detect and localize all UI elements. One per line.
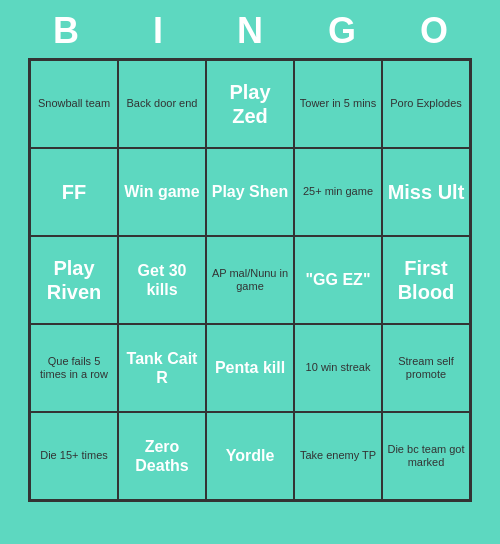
bingo-grid: Snowball teamBack door endPlay ZedTower … xyxy=(28,58,472,502)
bingo-letter: I xyxy=(116,10,200,52)
bingo-letter: G xyxy=(300,10,384,52)
bingo-letter: O xyxy=(392,10,476,52)
cell-2-2: AP mal/Nunu in game xyxy=(206,236,294,324)
cell-2-4: First Blood xyxy=(382,236,470,324)
cell-3-1: Tank Cait R xyxy=(118,324,206,412)
cell-3-4: Stream self promote xyxy=(382,324,470,412)
cell-4-1: Zero Deaths xyxy=(118,412,206,500)
bingo-letter: N xyxy=(208,10,292,52)
cell-1-1: Win game xyxy=(118,148,206,236)
bingo-letter: B xyxy=(24,10,108,52)
cell-0-2: Play Zed xyxy=(206,60,294,148)
cell-4-4: Die bc team got marked xyxy=(382,412,470,500)
cell-4-0: Die 15+ times xyxy=(30,412,118,500)
cell-3-2: Penta kill xyxy=(206,324,294,412)
cell-1-0: FF xyxy=(30,148,118,236)
cell-3-0: Que fails 5 times in a row xyxy=(30,324,118,412)
cell-2-0: Play Riven xyxy=(30,236,118,324)
cell-3-3: 10 win streak xyxy=(294,324,382,412)
cell-4-3: Take enemy TP xyxy=(294,412,382,500)
cell-4-2: Yordle xyxy=(206,412,294,500)
cell-0-4: Poro Explodes xyxy=(382,60,470,148)
cell-2-3: "GG EZ" xyxy=(294,236,382,324)
cell-2-1: Get 30 kills xyxy=(118,236,206,324)
cell-1-3: 25+ min game xyxy=(294,148,382,236)
cell-1-4: Miss Ult xyxy=(382,148,470,236)
cell-1-2: Play Shen xyxy=(206,148,294,236)
cell-0-3: Tower in 5 mins xyxy=(294,60,382,148)
cell-0-0: Snowball team xyxy=(30,60,118,148)
bingo-header: BINGO xyxy=(20,0,480,58)
cell-0-1: Back door end xyxy=(118,60,206,148)
